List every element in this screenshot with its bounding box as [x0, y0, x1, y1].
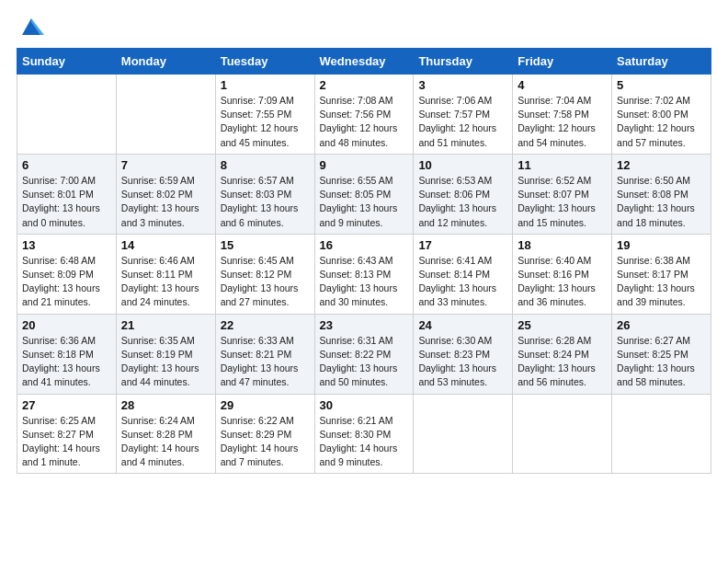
empty-cell: [17, 75, 117, 155]
day-cell-19: 19Sunrise: 6:38 AM Sunset: 8:17 PM Dayli…: [612, 234, 711, 314]
day-info: Sunrise: 7:08 AM Sunset: 7:56 PM Dayligh…: [320, 94, 409, 150]
week-row-2: 13Sunrise: 6:48 AM Sunset: 8:09 PM Dayli…: [17, 234, 711, 314]
day-number: 5: [617, 78, 706, 92]
week-row-3: 20Sunrise: 6:36 AM Sunset: 8:18 PM Dayli…: [17, 314, 711, 394]
day-cell-28: 28Sunrise: 6:24 AM Sunset: 8:28 PM Dayli…: [116, 394, 215, 474]
day-cell-14: 14Sunrise: 6:46 AM Sunset: 8:11 PM Dayli…: [116, 234, 215, 314]
day-info: Sunrise: 6:25 AM Sunset: 8:27 PM Dayligh…: [22, 414, 111, 470]
day-info: Sunrise: 6:28 AM Sunset: 8:24 PM Dayligh…: [518, 334, 607, 390]
calendar-table: SundayMondayTuesdayWednesdayThursdayFrid…: [17, 48, 711, 474]
day-info: Sunrise: 6:36 AM Sunset: 8:18 PM Dayligh…: [22, 334, 111, 390]
week-row-1: 6Sunrise: 7:00 AM Sunset: 8:01 PM Daylig…: [17, 154, 711, 234]
day-info: Sunrise: 6:53 AM Sunset: 8:06 PM Dayligh…: [418, 174, 507, 230]
page: SundayMondayTuesdayWednesdayThursdayFrid…: [0, 0, 728, 563]
day-number: 27: [22, 398, 111, 412]
day-cell-1: 1Sunrise: 7:09 AM Sunset: 7:55 PM Daylig…: [215, 75, 314, 155]
empty-cell: [116, 75, 215, 155]
day-number: 26: [617, 318, 706, 332]
day-number: 28: [121, 398, 210, 412]
day-info: Sunrise: 6:30 AM Sunset: 8:23 PM Dayligh…: [418, 334, 507, 390]
day-number: 23: [320, 318, 409, 332]
day-info: Sunrise: 6:52 AM Sunset: 8:07 PM Dayligh…: [518, 174, 607, 230]
day-header-tuesday: Tuesday: [215, 49, 314, 75]
day-info: Sunrise: 6:41 AM Sunset: 8:14 PM Dayligh…: [418, 254, 507, 310]
day-cell-23: 23Sunrise: 6:31 AM Sunset: 8:22 PM Dayli…: [314, 314, 414, 394]
week-row-0: 1Sunrise: 7:09 AM Sunset: 7:55 PM Daylig…: [17, 75, 711, 155]
day-info: Sunrise: 6:40 AM Sunset: 8:16 PM Dayligh…: [518, 254, 607, 310]
day-info: Sunrise: 6:35 AM Sunset: 8:19 PM Dayligh…: [121, 334, 210, 390]
day-info: Sunrise: 7:00 AM Sunset: 8:01 PM Dayligh…: [22, 174, 111, 230]
day-number: 3: [418, 78, 507, 92]
day-header-thursday: Thursday: [414, 49, 513, 75]
day-info: Sunrise: 7:04 AM Sunset: 7:58 PM Dayligh…: [518, 94, 607, 150]
day-cell-4: 4Sunrise: 7:04 AM Sunset: 7:58 PM Daylig…: [513, 75, 612, 155]
day-header-monday: Monday: [116, 49, 215, 75]
day-cell-25: 25Sunrise: 6:28 AM Sunset: 8:24 PM Dayli…: [513, 314, 612, 394]
day-info: Sunrise: 6:59 AM Sunset: 8:02 PM Dayligh…: [121, 174, 210, 230]
empty-cell: [513, 394, 612, 474]
day-header-saturday: Saturday: [612, 49, 711, 75]
day-info: Sunrise: 6:27 AM Sunset: 8:25 PM Dayligh…: [617, 334, 706, 390]
day-header-sunday: Sunday: [17, 49, 117, 75]
day-info: Sunrise: 6:43 AM Sunset: 8:13 PM Dayligh…: [320, 254, 409, 310]
day-header-wednesday: Wednesday: [314, 49, 414, 75]
day-number: 16: [320, 238, 409, 252]
day-cell-20: 20Sunrise: 6:36 AM Sunset: 8:18 PM Dayli…: [17, 314, 117, 394]
day-number: 7: [121, 158, 210, 172]
day-info: Sunrise: 6:55 AM Sunset: 8:05 PM Dayligh…: [320, 174, 409, 230]
day-number: 11: [518, 158, 607, 172]
day-cell-9: 9Sunrise: 6:55 AM Sunset: 8:05 PM Daylig…: [314, 154, 414, 234]
day-info: Sunrise: 7:09 AM Sunset: 7:55 PM Dayligh…: [221, 94, 310, 150]
day-info: Sunrise: 6:22 AM Sunset: 8:29 PM Dayligh…: [221, 414, 310, 470]
day-info: Sunrise: 6:57 AM Sunset: 8:03 PM Dayligh…: [221, 174, 310, 230]
day-cell-10: 10Sunrise: 6:53 AM Sunset: 8:06 PM Dayli…: [414, 154, 513, 234]
empty-cell: [414, 394, 513, 474]
day-number: 9: [320, 158, 409, 172]
day-cell-3: 3Sunrise: 7:06 AM Sunset: 7:57 PM Daylig…: [414, 75, 513, 155]
day-cell-18: 18Sunrise: 6:40 AM Sunset: 8:16 PM Dayli…: [513, 234, 612, 314]
week-row-4: 27Sunrise: 6:25 AM Sunset: 8:27 PM Dayli…: [17, 394, 711, 474]
day-number: 17: [418, 238, 507, 252]
day-info: Sunrise: 6:45 AM Sunset: 8:12 PM Dayligh…: [221, 254, 310, 310]
day-number: 14: [121, 238, 210, 252]
day-cell-22: 22Sunrise: 6:33 AM Sunset: 8:21 PM Dayli…: [215, 314, 314, 394]
day-number: 25: [518, 318, 607, 332]
day-number: 8: [221, 158, 310, 172]
day-number: 22: [221, 318, 310, 332]
day-number: 19: [617, 238, 706, 252]
day-number: 24: [418, 318, 507, 332]
day-cell-11: 11Sunrise: 6:52 AM Sunset: 8:07 PM Dayli…: [513, 154, 612, 234]
day-cell-16: 16Sunrise: 6:43 AM Sunset: 8:13 PM Dayli…: [314, 234, 414, 314]
day-info: Sunrise: 6:48 AM Sunset: 8:09 PM Dayligh…: [22, 254, 111, 310]
day-number: 21: [121, 318, 210, 332]
day-number: 30: [320, 398, 409, 412]
logo: [17, 17, 44, 39]
day-number: 20: [22, 318, 111, 332]
day-number: 15: [221, 238, 310, 252]
day-cell-2: 2Sunrise: 7:08 AM Sunset: 7:56 PM Daylig…: [314, 75, 414, 155]
day-cell-30: 30Sunrise: 6:21 AM Sunset: 8:30 PM Dayli…: [314, 394, 414, 474]
day-info: Sunrise: 6:24 AM Sunset: 8:28 PM Dayligh…: [121, 414, 210, 470]
header: [17, 17, 711, 39]
empty-cell: [612, 394, 711, 474]
day-number: 29: [221, 398, 310, 412]
day-number: 4: [518, 78, 607, 92]
day-cell-24: 24Sunrise: 6:30 AM Sunset: 8:23 PM Dayli…: [414, 314, 513, 394]
day-info: Sunrise: 6:31 AM Sunset: 8:22 PM Dayligh…: [320, 334, 409, 390]
day-cell-5: 5Sunrise: 7:02 AM Sunset: 8:00 PM Daylig…: [612, 75, 711, 155]
day-cell-13: 13Sunrise: 6:48 AM Sunset: 8:09 PM Dayli…: [17, 234, 117, 314]
day-number: 12: [617, 158, 706, 172]
day-cell-6: 6Sunrise: 7:00 AM Sunset: 8:01 PM Daylig…: [17, 154, 117, 234]
day-info: Sunrise: 6:50 AM Sunset: 8:08 PM Dayligh…: [617, 174, 706, 230]
calendar-header-row: SundayMondayTuesdayWednesdayThursdayFrid…: [17, 49, 711, 75]
day-cell-12: 12Sunrise: 6:50 AM Sunset: 8:08 PM Dayli…: [612, 154, 711, 234]
day-info: Sunrise: 7:06 AM Sunset: 7:57 PM Dayligh…: [418, 94, 507, 150]
logo-icon: [18, 13, 44, 39]
day-info: Sunrise: 7:02 AM Sunset: 8:00 PM Dayligh…: [617, 94, 706, 150]
day-cell-17: 17Sunrise: 6:41 AM Sunset: 8:14 PM Dayli…: [414, 234, 513, 314]
day-number: 13: [22, 238, 111, 252]
day-number: 10: [418, 158, 507, 172]
day-number: 18: [518, 238, 607, 252]
day-cell-27: 27Sunrise: 6:25 AM Sunset: 8:27 PM Dayli…: [17, 394, 117, 474]
day-cell-26: 26Sunrise: 6:27 AM Sunset: 8:25 PM Dayli…: [612, 314, 711, 394]
